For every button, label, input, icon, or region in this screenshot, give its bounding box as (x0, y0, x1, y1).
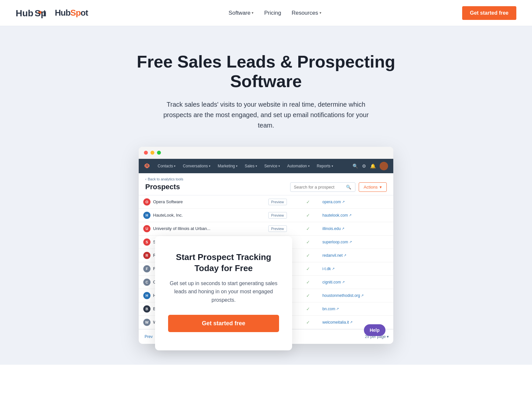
company-logo: U (143, 225, 150, 232)
check-icon: ✓ (306, 253, 310, 258)
hero-title: Free Sales Leads & Prospecting Software (135, 52, 397, 91)
company-logo: C (143, 279, 150, 286)
nav-software[interactable]: Software ▾ (228, 10, 254, 16)
check-cell: ✓ (298, 262, 318, 275)
domain-cell[interactable]: cigniti.com ↗ (318, 275, 393, 289)
external-link-icon: ↗ (350, 320, 352, 324)
gear-icon[interactable]: ⚙ (362, 163, 366, 169)
preview-cell[interactable]: Preview (257, 195, 298, 209)
main-nav: Hub Sp t HubSpot Software ▾ Pricing Reso… (0, 0, 532, 26)
domain-cell[interactable]: superloop.com ↗ (318, 235, 393, 249)
app-nav-automation[interactable]: Automation ▾ (284, 162, 313, 170)
domain-link[interactable]: houstonmethodist.org ↗ (322, 293, 389, 298)
table-row: O Opera Software Preview ✓ opera.com ↗ (139, 195, 393, 209)
company-logo: W (143, 319, 150, 326)
nav-cta-button[interactable]: Get started free (462, 6, 516, 20)
help-button[interactable]: Help (364, 324, 385, 336)
domain-link[interactable]: cigniti.com ↗ (322, 280, 389, 284)
domain-link[interactable]: illinois.edu ↗ (322, 226, 389, 231)
prospects-header: ‹ Back to analytics tools Prospects 🔍 Ac… (139, 173, 393, 195)
table-row: U University of Illinois at Urban... Pre… (139, 222, 393, 235)
search-icon[interactable]: 🔍 (352, 163, 358, 169)
domain-link[interactable]: bn.com ↗ (322, 307, 389, 311)
check-icon: ✓ (306, 280, 310, 285)
app-nav-conversations[interactable]: Conversations ▾ (180, 162, 214, 170)
check-cell: ✓ (298, 302, 318, 315)
external-link-icon: ↗ (342, 227, 344, 230)
app-nav-reports[interactable]: Reports ▾ (314, 162, 336, 170)
company-cell: U University of Illinois at Urban... (139, 222, 257, 235)
external-link-icon: ↗ (342, 280, 345, 284)
external-link-icon: ↗ (342, 200, 345, 204)
search-input[interactable] (294, 185, 346, 190)
domain-link[interactable]: superloop.com ↗ (322, 240, 389, 244)
company-logo: H (143, 212, 150, 219)
chevron-down-icon: ▾ (380, 185, 382, 190)
browser-section: ☫ Contacts ▾ Conversations ▾ Marketing ▾… (7, 147, 525, 345)
cta-card-button[interactable]: Get started free (168, 315, 279, 332)
company-name: HauteLook, Inc. (153, 213, 183, 218)
external-link-icon: ↗ (349, 213, 352, 217)
search-wrap[interactable]: 🔍 (290, 182, 355, 192)
chevron-left-icon: ‹ (145, 177, 147, 181)
app-logo: ☫ (144, 162, 150, 170)
domain-cell[interactable]: redanvil.net ↗ (318, 249, 393, 262)
browser-mockup: ☫ Contacts ▾ Conversations ▾ Marketing ▾… (139, 147, 393, 344)
domain-link[interactable]: redanvil.net ↗ (322, 253, 389, 258)
cta-card-description: Get set up in seconds to start generatin… (168, 279, 279, 304)
company-cell: H HauteLook, Inc. (139, 208, 257, 222)
check-icon: ✓ (306, 199, 310, 205)
bell-icon[interactable]: 🔔 (370, 163, 376, 169)
app-nav-service[interactable]: Service ▾ (261, 162, 283, 170)
app-nav-marketing[interactable]: Marketing ▾ (214, 162, 241, 170)
domain-cell[interactable]: i-t.dk ↗ (318, 262, 393, 275)
check-cell: ✓ (298, 222, 318, 235)
nav-links: Software ▾ Pricing Resources ▾ (228, 10, 321, 16)
domain-link[interactable]: opera.com ↗ (322, 200, 389, 204)
check-cell: ✓ (298, 275, 318, 289)
domain-cell[interactable]: hautelook.com ↗ (318, 208, 393, 222)
svg-text:Hub: Hub (16, 8, 33, 18)
domain-link[interactable]: welcomeitalia.it ↗ (322, 320, 389, 325)
company-logo: H (143, 292, 150, 299)
hero-section: Free Sales Leads & Prospecting Software … (0, 26, 532, 365)
check-icon: ✓ (306, 306, 310, 312)
check-cell: ✓ (298, 195, 318, 209)
external-link-icon: ↗ (336, 307, 339, 311)
company-name: Opera Software (153, 199, 183, 204)
nav-pricing[interactable]: Pricing (264, 10, 281, 16)
domain-cell[interactable]: opera.com ↗ (318, 195, 393, 209)
app-nav-icons: 🔍 ⚙ 🔔 (352, 162, 388, 170)
domain-link[interactable]: i-t.dk ↗ (322, 267, 389, 271)
logo[interactable]: Hub Sp t HubSpot (16, 7, 88, 19)
company-cell: O Opera Software (139, 195, 257, 209)
prospects-title: Prospects (145, 183, 180, 191)
actions-button[interactable]: Actions ▾ (359, 182, 387, 192)
company-logo: O (143, 198, 150, 206)
check-cell: ✓ (298, 235, 318, 249)
external-link-icon: ↗ (332, 267, 335, 270)
preview-button[interactable]: Preview (268, 212, 287, 219)
domain-link[interactable]: hautelook.com ↗ (322, 213, 389, 218)
preview-button[interactable]: Preview (268, 199, 287, 205)
preview-button[interactable]: Preview (268, 225, 287, 232)
nav-resources[interactable]: Resources ▾ (291, 10, 321, 16)
preview-cell[interactable]: Preview (257, 222, 298, 235)
preview-cell[interactable]: Preview (257, 208, 298, 222)
domain-cell[interactable]: illinois.edu ↗ (318, 222, 393, 235)
chevron-down-icon: ▾ (387, 334, 389, 339)
domain-cell[interactable]: bn.com ↗ (318, 302, 393, 315)
external-link-icon: ↗ (361, 294, 364, 297)
company-logo: S (143, 238, 150, 246)
table-row: H HauteLook, Inc. Preview ✓ hautelook.co… (139, 208, 393, 222)
avatar[interactable] (380, 162, 388, 170)
browser-dot-red (144, 151, 148, 155)
app-nav-contacts[interactable]: Contacts ▾ (154, 162, 179, 170)
domain-cell[interactable]: houstonmethodist.org ↗ (318, 289, 393, 302)
company-logo: R (143, 252, 150, 259)
check-icon: ✓ (306, 226, 310, 231)
back-link[interactable]: ‹ Back to analytics tools (145, 177, 387, 181)
cta-card-title: Start Prospect Tracking Today for Free (168, 252, 279, 274)
app-nav-sales[interactable]: Sales ▾ (242, 162, 260, 170)
prev-button[interactable]: Prev (143, 334, 154, 339)
